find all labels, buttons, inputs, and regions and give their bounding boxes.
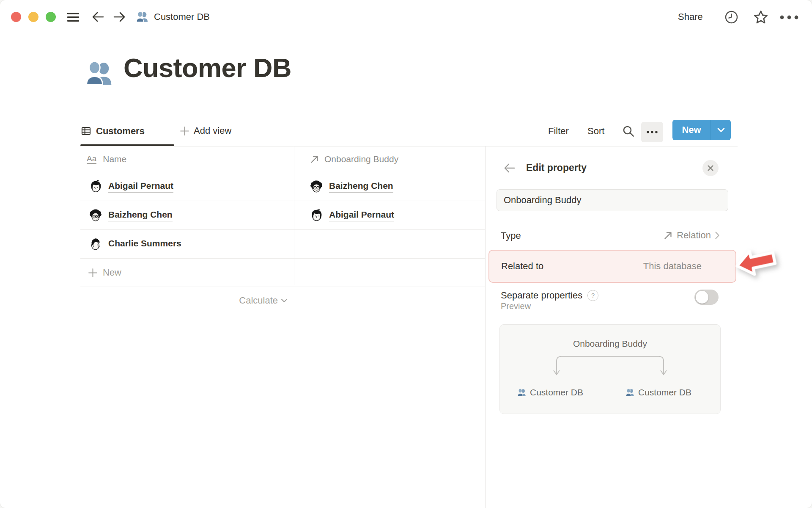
column-divider[interactable] bbox=[294, 146, 294, 285]
panel-back-icon[interactable] bbox=[503, 162, 516, 174]
separate-properties-toggle[interactable] bbox=[694, 290, 719, 305]
new-row-label: New bbox=[103, 267, 121, 278]
back-arrow-icon[interactable] bbox=[91, 11, 105, 23]
buddy-name-link[interactable]: Abigail Pernaut bbox=[329, 210, 394, 221]
table-view-icon bbox=[80, 125, 92, 137]
panel-title: Edit property bbox=[526, 162, 587, 174]
chevron-right-icon bbox=[715, 231, 720, 240]
table-new-row[interactable]: New bbox=[80, 259, 485, 287]
filter-button[interactable]: Filter bbox=[548, 126, 569, 137]
window-close-button[interactable] bbox=[11, 12, 21, 22]
tab-customers[interactable]: Customers bbox=[80, 125, 145, 137]
name-cell[interactable]: Baizheng Chen bbox=[80, 208, 302, 223]
relation-icon bbox=[663, 231, 673, 240]
panel-close-button[interactable] bbox=[702, 160, 719, 176]
plus-icon bbox=[179, 126, 190, 136]
share-button[interactable]: Share bbox=[678, 11, 703, 22]
panel-left-border[interactable] bbox=[485, 146, 486, 508]
relation-bracket-arrows bbox=[546, 351, 675, 379]
window-zoom-button[interactable] bbox=[46, 12, 56, 22]
calculate-label: Calculate bbox=[239, 295, 278, 306]
preview-relation-name: Onboarding Buddy bbox=[500, 339, 720, 349]
table-row[interactable]: Baizheng Chen Abigail Pernaut bbox=[80, 201, 485, 230]
name-cell[interactable]: Charlie Summers bbox=[80, 237, 302, 251]
column-header-name-label: Name bbox=[103, 154, 126, 164]
breadcrumb-page-title[interactable]: Customer DB bbox=[154, 11, 210, 22]
related-to-row-highlighted[interactable]: Related to This database bbox=[488, 250, 736, 283]
avatar-abigail bbox=[88, 179, 103, 194]
people-icon bbox=[135, 10, 149, 24]
preview-label: Preview bbox=[501, 301, 531, 311]
type-row-value[interactable]: Relation bbox=[630, 230, 720, 241]
preview-right-database-label: Customer DB bbox=[638, 387, 691, 398]
text-property-icon: Aa bbox=[87, 155, 96, 164]
customers-table: Aa Name Onboarding Buddy bbox=[80, 146, 485, 287]
related-to-label: Related to bbox=[501, 261, 543, 272]
plus-icon bbox=[88, 268, 98, 278]
new-button-group: New bbox=[672, 120, 731, 140]
clock-history-icon[interactable] bbox=[724, 10, 739, 25]
avatar-charlie bbox=[88, 237, 103, 251]
column-header-name[interactable]: Aa Name bbox=[80, 154, 300, 164]
avatar-abigail bbox=[309, 208, 324, 223]
name-cell[interactable]: Abigail Pernaut bbox=[80, 179, 302, 194]
app-window: Customer DB Share Customer DB bbox=[0, 0, 812, 508]
buddy-cell[interactable]: Abigail Pernaut bbox=[302, 208, 485, 223]
window-minimize-button[interactable] bbox=[28, 12, 38, 22]
column-header-buddy[interactable]: Onboarding Buddy bbox=[300, 154, 485, 164]
close-icon bbox=[707, 165, 714, 171]
preview-right-database: Customer DB bbox=[625, 387, 691, 398]
table-row[interactable]: Charlie Summers bbox=[80, 230, 485, 259]
hamburger-menu-icon[interactable] bbox=[67, 12, 80, 22]
customer-name-link[interactable]: Baizheng Chen bbox=[108, 210, 173, 221]
separate-properties-row: Separate properties ? bbox=[501, 290, 598, 301]
property-name-input[interactable] bbox=[497, 189, 728, 211]
people-icon bbox=[517, 388, 527, 398]
new-button[interactable]: New bbox=[672, 124, 710, 135]
preview-left-database-label: Customer DB bbox=[530, 387, 583, 398]
buddy-name-link[interactable]: Baizheng Chen bbox=[329, 181, 393, 193]
search-icon[interactable] bbox=[622, 124, 635, 138]
type-value-label: Relation bbox=[677, 230, 711, 241]
page-title[interactable]: Customer DB bbox=[123, 52, 291, 83]
view-more-button[interactable] bbox=[641, 122, 663, 142]
favorite-star-icon[interactable] bbox=[753, 9, 769, 25]
toggle-knob bbox=[696, 291, 708, 304]
table-header-row: Aa Name Onboarding Buddy bbox=[80, 146, 485, 172]
column-header-buddy-label: Onboarding Buddy bbox=[324, 154, 398, 164]
avatar-baizheng bbox=[88, 208, 103, 223]
chevron-down-icon bbox=[717, 127, 725, 133]
customer-name-link[interactable]: Abigail Pernaut bbox=[108, 181, 173, 193]
buddy-cell[interactable]: Baizheng Chen bbox=[302, 179, 485, 194]
avatar-baizheng bbox=[309, 179, 324, 194]
more-options-icon[interactable] bbox=[779, 15, 800, 19]
separate-properties-label: Separate properties bbox=[501, 290, 582, 301]
related-to-value: This database bbox=[643, 261, 702, 272]
preview-box: Onboarding Buddy Customer DB bbox=[499, 324, 721, 414]
chevron-down-icon bbox=[281, 298, 288, 303]
forward-arrow-icon[interactable] bbox=[112, 11, 126, 23]
new-button-dropdown[interactable] bbox=[711, 127, 731, 133]
customer-name-link[interactable]: Charlie Summers bbox=[108, 238, 181, 250]
type-row-label: Type bbox=[501, 230, 521, 241]
add-view-label: Add view bbox=[194, 125, 231, 136]
preview-left-database: Customer DB bbox=[517, 387, 583, 398]
tab-customers-label: Customers bbox=[96, 126, 145, 137]
relation-icon bbox=[310, 155, 319, 164]
table-row[interactable]: Abigail Pernaut Baizheng Chen bbox=[80, 172, 485, 201]
add-view-button[interactable]: Add view bbox=[179, 125, 231, 136]
annotation-red-arrow-icon bbox=[730, 242, 780, 282]
people-icon bbox=[625, 388, 635, 398]
help-icon[interactable]: ? bbox=[587, 290, 598, 301]
sort-button[interactable]: Sort bbox=[587, 126, 604, 137]
page-icon-people[interactable] bbox=[84, 58, 114, 89]
calculate-button[interactable]: Calculate bbox=[182, 295, 288, 306]
